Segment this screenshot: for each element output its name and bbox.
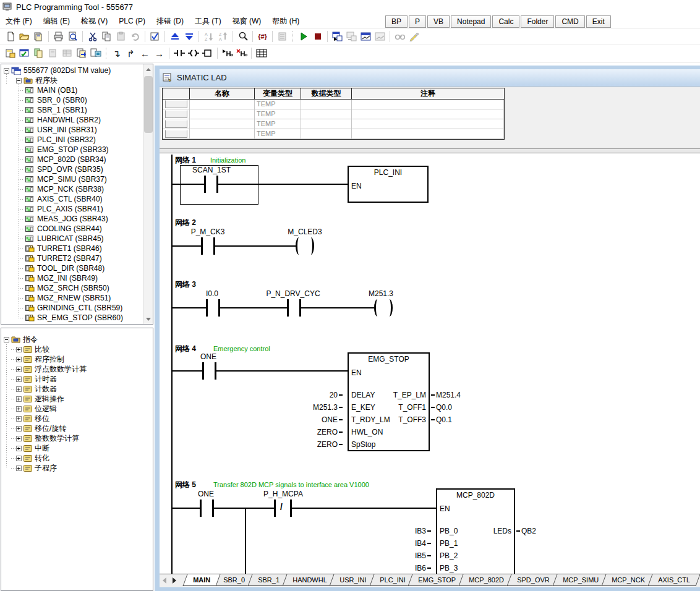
project-tree-item[interactable]: SR_EMG_STOP (SBR60) — [1, 313, 153, 323]
quick-launch-button[interactable]: P — [409, 15, 426, 28]
pou-tab[interactable]: MCP_802D — [459, 574, 514, 586]
instruction-category[interactable]: 位逻辑 — [1, 404, 153, 414]
tabs-scroll-left-button[interactable] — [160, 574, 169, 587]
collapse-icon[interactable] — [4, 68, 9, 74]
contact-element-icon[interactable] — [172, 46, 186, 60]
project-tree-item[interactable]: MCP_802D (SBR34) — [1, 155, 153, 164]
expand-icon[interactable] — [16, 416, 22, 422]
plc-ini-box[interactable]: PLC_INI EN — [348, 166, 429, 203]
comment-cell[interactable] — [352, 129, 504, 139]
name-cell[interactable] — [190, 129, 255, 139]
project-tree-item[interactable]: EMG_STOP (SBR33) — [1, 145, 153, 155]
project-tree-item[interactable]: HANDWHL (SBR2) — [1, 115, 153, 125]
instruction-category[interactable]: 中断 — [1, 443, 153, 453]
instruction-category[interactable]: 逻辑操作 — [1, 394, 153, 404]
project-tree-item[interactable]: TURRET1 (SBR46) — [1, 244, 153, 253]
data-type-cell[interactable] — [301, 100, 352, 109]
subroutine-enter-icon[interactable] — [220, 46, 234, 60]
new-icon[interactable] — [3, 30, 17, 43]
instruction-category[interactable]: 转化 — [1, 453, 153, 463]
print-preview-icon[interactable] — [66, 30, 80, 43]
contact-operand[interactable]: P_H_MCPA — [246, 490, 320, 498]
menu-item[interactable]: 帮助 (H) — [267, 14, 305, 28]
instruction-root[interactable]: 指令 — [1, 334, 153, 344]
project-tree-item[interactable]: AXIS_CTL (SBR40) — [1, 194, 153, 204]
expand-icon[interactable] — [16, 396, 22, 402]
input-operand[interactable]: IB5 — [389, 550, 432, 562]
comment-cell[interactable] — [352, 119, 504, 129]
var-type-cell[interactable]: TEMP — [255, 119, 301, 129]
row-header-cell[interactable] — [165, 120, 187, 128]
scroll-down-button[interactable] — [143, 314, 153, 324]
cut-icon[interactable] — [85, 30, 100, 43]
project-tree-item[interactable]: PLC_AXIS (SBR41) — [1, 204, 153, 214]
coil[interactable] — [374, 299, 381, 317]
coil-operand[interactable]: M251.3 — [344, 289, 418, 298]
box-element-icon[interactable] — [200, 46, 215, 60]
compile-check-icon[interactable] — [148, 30, 162, 43]
instruction-category[interactable]: 移位 — [1, 414, 153, 423]
lad-window-titlebar[interactable]: SIMATIC LAD — [160, 69, 700, 87]
var-type-cell[interactable]: TEMP — [255, 109, 301, 119]
contact-operand[interactable]: I0.0 — [175, 289, 249, 298]
project-tree-item[interactable]: MGZ_SRCH (SBR50) — [1, 283, 153, 293]
expand-icon[interactable] — [16, 386, 22, 392]
line-right-icon[interactable]: → — [152, 46, 166, 60]
name-cell[interactable] — [190, 119, 255, 129]
quick-launch-button[interactable]: VB — [427, 15, 450, 28]
instruction-category[interactable]: 计时器 — [1, 374, 153, 384]
copy-icon[interactable] — [100, 30, 114, 43]
quick-launch-button[interactable]: BP — [385, 15, 408, 28]
output-operand[interactable]: Q0.1 — [430, 414, 461, 426]
quick-launch-button[interactable]: Notepad — [451, 15, 491, 28]
contact-operand[interactable]: ONE — [169, 490, 243, 498]
output-operand[interactable]: QB2 — [515, 525, 536, 537]
row-header-cell[interactable] — [165, 110, 187, 118]
project-tree-item[interactable]: MEAS_JOG (SBR43) — [1, 214, 153, 224]
menu-item[interactable]: 工具 (T) — [189, 14, 227, 28]
contact-operand[interactable]: P_M_CK3 — [171, 227, 245, 236]
expand-icon[interactable] — [16, 406, 22, 412]
contact-operand[interactable]: P_N_DRV_CYC — [256, 289, 330, 298]
expand-icon[interactable] — [16, 426, 22, 432]
copy-blocks-icon[interactable] — [32, 46, 46, 60]
coil-operand[interactable]: M_CLED3 — [268, 227, 342, 236]
program-blocks-folder[interactable]: 程序块 — [1, 75, 153, 85]
data-type-cell[interactable] — [301, 109, 352, 119]
project-tree-item[interactable]: MAIN (OB1) — [1, 85, 153, 95]
coil[interactable] — [296, 237, 302, 255]
pou-tab[interactable]: AXIS_CTL — [647, 574, 700, 586]
project-tree-item[interactable]: MCP_NCK (SBR38) — [1, 184, 153, 194]
expand-icon[interactable] — [16, 376, 22, 382]
name-cell[interactable] — [190, 109, 255, 119]
output-operand[interactable]: M251.4 — [430, 389, 461, 401]
input-operand[interactable]: ONE — [301, 414, 344, 426]
pou-tab[interactable]: MCP_SIMU — [552, 574, 608, 586]
expand-icon[interactable] — [16, 446, 22, 451]
pou-tab[interactable]: MCP_NCK — [601, 574, 655, 586]
input-operand[interactable]: IB6 — [389, 562, 432, 574]
instruction-category[interactable]: 子程序 — [1, 463, 153, 473]
tabs-scroll-right-button[interactable] — [169, 574, 179, 587]
upload-icon[interactable] — [168, 30, 182, 43]
project-tree-item[interactable]: COOLING (SBR44) — [1, 224, 153, 234]
contact-operand[interactable]: ONE — [171, 352, 245, 361]
project-tree-item[interactable]: MGZ_RNEW (SBR51) — [1, 293, 153, 303]
contact-operand[interactable]: SCAN_1ST — [174, 166, 249, 174]
output-operand[interactable]: Q0.0 — [430, 401, 461, 414]
pou-tab[interactable]: HANDWHL — [282, 574, 337, 586]
row-header-cell[interactable] — [165, 130, 187, 138]
print-icon[interactable] — [51, 30, 66, 43]
project-tree-item[interactable]: TOOL_DIR (SBR48) — [1, 263, 153, 273]
quick-launch-button[interactable]: Exit — [586, 15, 611, 28]
menu-item[interactable]: 视窗 (W) — [227, 14, 267, 28]
pou-tab[interactable]: EMG_STOP — [408, 574, 466, 586]
compile-window-icon[interactable] — [17, 46, 32, 60]
comment-cell[interactable] — [352, 109, 504, 119]
insert-network-icon[interactable] — [3, 46, 17, 60]
expand-icon[interactable] — [16, 347, 22, 352]
var-type-cell[interactable]: TEMP — [255, 129, 301, 139]
scroll-thumb[interactable] — [144, 76, 153, 133]
project-tree-item[interactable]: PLC_INI (SBR32) — [1, 135, 153, 145]
project-root[interactable]: 555677 (802Dsl TM value) — [1, 66, 153, 75]
